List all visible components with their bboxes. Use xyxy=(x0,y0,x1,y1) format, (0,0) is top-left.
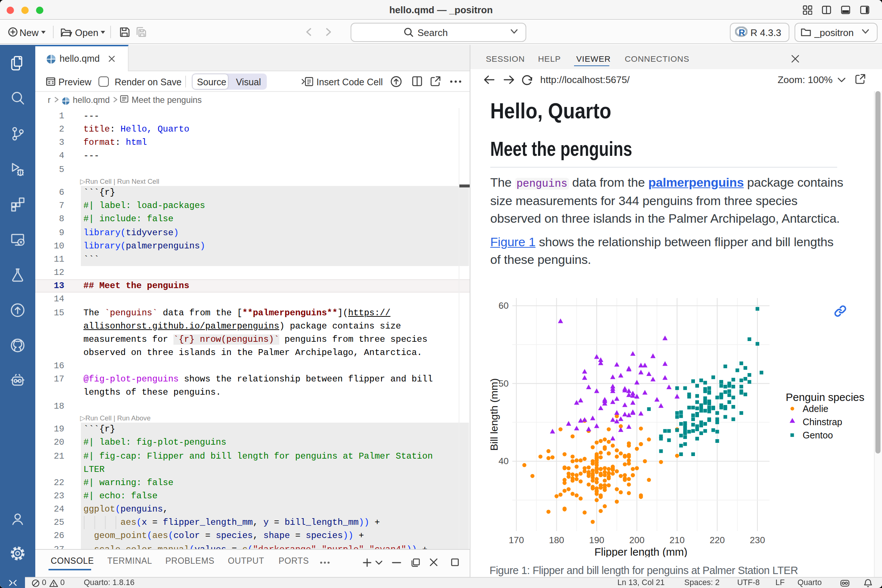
svg-text:Gentoo: Gentoo xyxy=(802,430,833,440)
svg-text:Bill length (mm): Bill length (mm) xyxy=(490,378,500,450)
svg-text:40: 40 xyxy=(498,456,508,466)
svg-text:170: 170 xyxy=(508,535,524,545)
svg-text:210: 210 xyxy=(670,535,685,545)
svg-text:Chinstrap: Chinstrap xyxy=(802,417,842,427)
svg-text:220: 220 xyxy=(710,535,725,545)
svg-text:50: 50 xyxy=(498,378,508,388)
svg-text:230: 230 xyxy=(750,535,765,545)
svg-text:Adelie: Adelie xyxy=(802,404,828,414)
svg-text:200: 200 xyxy=(629,535,644,545)
svg-text:190: 190 xyxy=(589,535,604,545)
svg-text:R: R xyxy=(739,28,745,38)
svg-text:60: 60 xyxy=(498,301,508,310)
svg-text:Penguin species: Penguin species xyxy=(786,392,864,403)
svg-text:180: 180 xyxy=(549,535,564,545)
svg-text:Flipper length (mm): Flipper length (mm) xyxy=(594,546,687,557)
